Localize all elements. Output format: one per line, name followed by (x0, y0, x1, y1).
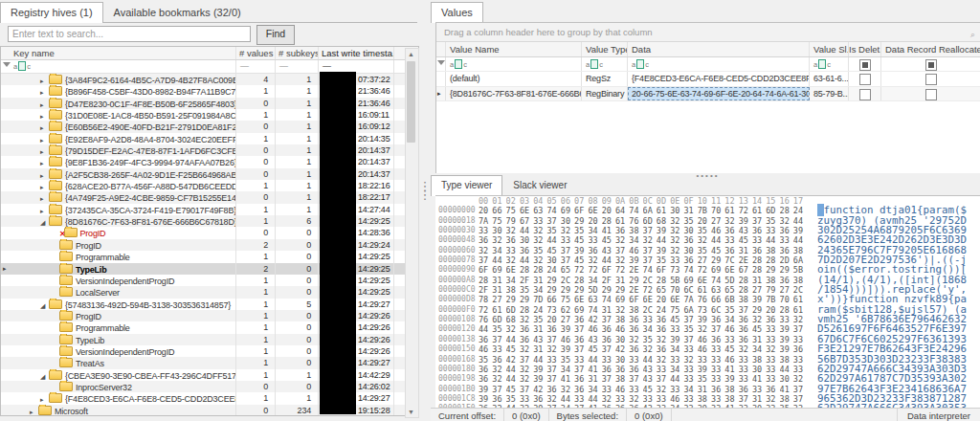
hex-byte[interactable]: 44 (588, 394, 598, 404)
hex-byte[interactable]: 44 (793, 235, 804, 245)
col-num-values[interactable]: # values (236, 47, 276, 59)
hex-byte[interactable]: 44 (643, 355, 654, 365)
hex-byte[interactable]: 44 (506, 365, 517, 374)
hex-byte[interactable]: 36 (629, 365, 639, 374)
hex-byte[interactable]: 32 (780, 216, 791, 226)
hex-byte[interactable]: 64 (615, 206, 626, 215)
hex-byte[interactable]: 32 (533, 255, 544, 265)
hex-byte[interactable]: 44 (520, 226, 530, 235)
tab-available-bookmarks[interactable]: Available bookmarks (32/0) (103, 2, 252, 22)
hex-byte[interactable]: 33 (643, 394, 654, 404)
hex-byte[interactable]: 30 (615, 355, 626, 365)
hex-byte[interactable]: 2C (643, 305, 654, 315)
hex-byte[interactable]: 33 (533, 216, 544, 226)
hex-byte[interactable]: 44 (711, 235, 722, 245)
hex-byte[interactable]: 32 (766, 394, 776, 404)
hex-byte[interactable]: 29 (561, 285, 571, 295)
value-data-cell[interactable]: {F4E8CED3-E6CA-F6E8-CED5-CDD2D3CEE8F4} (628, 72, 810, 86)
hex-byte[interactable]: 20 (766, 305, 776, 315)
hex-byte[interactable]: 7A (479, 216, 489, 226)
hex-byte[interactable]: 34 (533, 285, 544, 295)
hex-byte[interactable]: 36 (793, 344, 804, 354)
hex-byte[interactable]: 37 (546, 216, 557, 226)
expand-icon[interactable]: ▸ (40, 170, 49, 180)
hex-byte[interactable]: 30 (520, 235, 530, 245)
hex-byte[interactable]: 31 (615, 276, 626, 285)
hex-byte[interactable]: 20 (657, 295, 667, 304)
hex-byte[interactable]: 28 (766, 255, 776, 265)
hex-byte[interactable]: 7A (683, 295, 694, 304)
hex-byte[interactable]: 5B (670, 276, 680, 285)
hex-byte[interactable]: 33 (506, 246, 517, 255)
tab-slack-viewer[interactable]: Slack viewer (502, 175, 577, 195)
hex-byte[interactable]: 28 (533, 265, 544, 275)
hex-byte[interactable]: 36 (574, 335, 585, 344)
hex-byte[interactable]: 31 (533, 344, 544, 354)
value-name-cell[interactable]: (default) (446, 72, 582, 86)
hex-byte[interactable]: 72 (588, 265, 598, 275)
hex-byte[interactable]: 35 (546, 226, 557, 235)
hex-byte[interactable]: 37 (574, 344, 585, 354)
hex-byte[interactable]: 39 (698, 365, 708, 374)
hex-byte[interactable]: 20 (479, 206, 489, 215)
hex-byte[interactable]: 29 (574, 285, 585, 295)
hex-byte[interactable]: 72 (698, 265, 708, 275)
hex-byte[interactable]: 31 (739, 246, 749, 255)
col-value-name[interactable]: Value Name (446, 42, 582, 56)
hex-byte[interactable]: 44 (561, 394, 571, 404)
customize-icon[interactable]: ⌕ (970, 26, 975, 44)
hex-byte[interactable]: 39 (793, 226, 804, 235)
hex-byte[interactable]: 35 (683, 216, 694, 226)
hex-byte[interactable]: 36 (739, 335, 749, 344)
hex-byte[interactable]: 33 (683, 394, 694, 404)
hex-byte[interactable]: 61 (724, 206, 735, 215)
hex-byte[interactable]: 43 (602, 246, 612, 255)
hex-byte[interactable]: 28 (739, 276, 749, 285)
hex-byte[interactable]: 69 (615, 295, 626, 304)
hex-byte[interactable]: 44 (670, 374, 680, 384)
hex-byte[interactable]: 32 (520, 315, 530, 324)
hex-byte[interactable]: 33 (724, 235, 735, 245)
hex-byte[interactable]: 44 (492, 255, 502, 265)
hex-byte[interactable]: 37 (683, 335, 694, 344)
hex-byte[interactable]: 29 (506, 295, 517, 304)
hex-byte[interactable]: 32 (657, 335, 667, 344)
expand-icon[interactable]: ▸ (40, 394, 49, 404)
hex-byte[interactable]: 43 (588, 335, 598, 344)
hex-byte[interactable]: 28 (602, 216, 612, 226)
hex-byte[interactable]: 6C (711, 305, 722, 315)
hex-byte[interactable]: 35 (766, 216, 776, 226)
hex-byte[interactable]: 41 (724, 365, 735, 374)
hex-byte[interactable]: 36 (739, 324, 749, 334)
hex-byte[interactable]: 36 (752, 226, 763, 235)
hex-byte[interactable]: 33 (793, 365, 804, 374)
hex-byte[interactable]: 33 (752, 235, 763, 245)
hex-byte[interactable]: 36 (520, 246, 530, 255)
hex-byte[interactable]: 27 (711, 216, 722, 226)
expand-icon[interactable]: ▸ (40, 100, 49, 109)
hex-byte[interactable]: 36 (492, 394, 502, 404)
hex-byte[interactable]: 74 (643, 265, 654, 275)
col-key-name[interactable]: Key name (11, 47, 236, 59)
hex-byte[interactable]: 61 (752, 206, 763, 215)
hex-byte[interactable]: 6D (492, 315, 502, 324)
hex-byte[interactable]: 36 (711, 315, 722, 324)
checkbox[interactable] (859, 89, 871, 100)
data-interpreter-button[interactable]: Data interpreter (897, 409, 980, 421)
hex-byte[interactable]: 46 (615, 385, 626, 394)
hex-byte[interactable]: 42 (533, 385, 544, 394)
hex-byte[interactable]: 33 (588, 235, 598, 245)
value-name-cell[interactable]: {8D81676C-7F63-8F81-676E-666B6C67818D} (446, 87, 582, 101)
hex-byte[interactable]: 36 (602, 324, 612, 334)
hex-byte[interactable]: 69 (574, 305, 585, 315)
hex-byte[interactable]: 36 (479, 335, 489, 344)
tree-scrollbar[interactable]: ▲ ▼ (405, 48, 419, 418)
hex-byte[interactable]: 36 (711, 335, 722, 344)
hex-byte[interactable]: 38 (615, 374, 626, 384)
checkbox[interactable] (925, 89, 937, 100)
hex-byte[interactable]: 31 (752, 335, 763, 344)
hex-byte[interactable]: 66 (492, 206, 502, 215)
hex-byte[interactable]: 30 (615, 335, 626, 344)
hex-byte[interactable]: 6D (643, 216, 654, 226)
hex-byte[interactable]: 33 (766, 355, 776, 365)
